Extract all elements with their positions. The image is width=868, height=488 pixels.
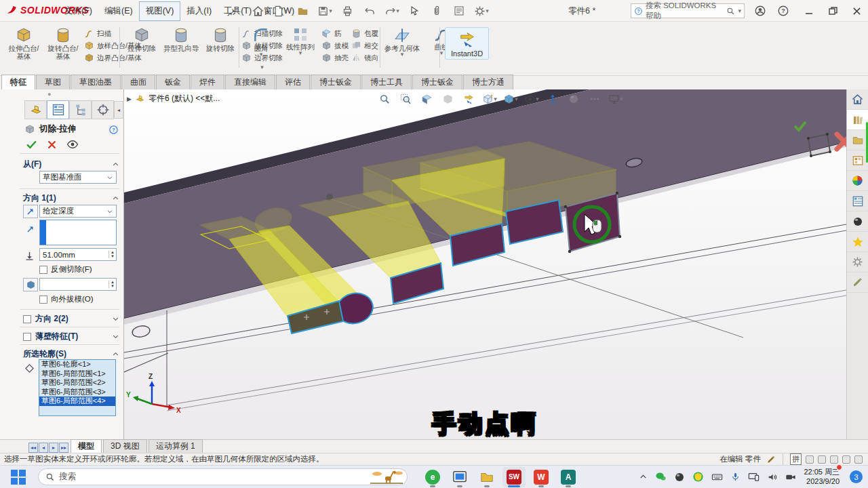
section-view-icon[interactable] — [439, 92, 456, 106]
ok-check-icon[interactable] — [26, 139, 37, 150]
undo-icon[interactable] — [361, 3, 378, 19]
mirror-button[interactable]: 镜向 — [351, 53, 378, 63]
xpress-tools-icon[interactable] — [847, 272, 868, 293]
pm-section-from[interactable]: 从(F) — [23, 159, 119, 170]
pm-section-direction2[interactable]: 方向 2(2) — [23, 313, 119, 325]
attach-icon[interactable] — [429, 3, 445, 19]
antivirus-shield-icon[interactable] — [692, 471, 704, 483]
checkbox-box[interactable] — [23, 333, 31, 341]
print-icon[interactable] — [339, 3, 355, 19]
checkbox-box[interactable] — [39, 296, 47, 304]
design-library-icon[interactable] — [847, 110, 868, 130]
tab-dr-tube[interactable]: 博士方通 — [463, 75, 513, 89]
display-style-icon[interactable]: ▾ — [502, 92, 519, 106]
spinner-down[interactable]: ▼ — [111, 285, 115, 288]
end-condition-select[interactable]: 给定深度 — [39, 205, 117, 218]
tab-sheet-metal[interactable]: 钣金 — [156, 75, 190, 89]
view-orientation-icon[interactable]: ▾ — [481, 92, 498, 106]
tab-sketch-ink[interactable]: 草图油墨 — [71, 75, 121, 89]
taskbar-app-explorer[interactable] — [475, 467, 498, 487]
resources-home-icon[interactable] — [847, 89, 868, 110]
speaker-icon[interactable] — [767, 472, 778, 483]
user-icon[interactable] — [750, 3, 770, 19]
list-item[interactable]: 草图6-局部范围<3> — [39, 388, 115, 397]
tree-expand-arrow[interactable]: ▶ — [127, 96, 132, 102]
zoom-area-icon[interactable] — [397, 92, 414, 106]
tab-dr-tools[interactable]: 博士工具 — [361, 75, 412, 89]
taskbar-app-illustrator[interactable]: A — [557, 467, 580, 487]
minimize-icon[interactable] — [799, 3, 819, 19]
home-icon[interactable] — [250, 3, 266, 19]
revolved-cut-button[interactable]: 旋转切除 — [202, 24, 239, 52]
move-entity-icon[interactable] — [545, 92, 561, 106]
cast-display-icon[interactable] — [748, 471, 760, 483]
redo-icon[interactable]: ▾ — [384, 3, 400, 19]
pm-section-selected-contours[interactable]: 所选轮廓(S) — [23, 348, 119, 360]
taskbar-clock[interactable]: 22:05 周三 2023/9/20 — [804, 468, 840, 487]
corner-hole[interactable] — [132, 325, 151, 338]
appearances-icon[interactable] — [847, 171, 868, 191]
hide-show-items-icon[interactable]: ▾ — [524, 92, 540, 106]
messenger-icon[interactable] — [674, 472, 685, 483]
tab-scroll-last[interactable]: ▸▸ — [59, 443, 68, 453]
new-document-icon[interactable]: ▾ — [272, 3, 288, 19]
menu-view[interactable]: 视图(V) — [139, 1, 181, 21]
checkbox-box[interactable] — [23, 315, 31, 323]
view-settings-icon[interactable] — [587, 92, 603, 106]
shell-button[interactable]: 抽壳 — [321, 53, 349, 63]
pm-tabs-scroll-left[interactable]: ◂ — [114, 101, 123, 119]
from-condition-select[interactable]: 草图基准面 — [39, 171, 117, 184]
list-item[interactable]: 草图6-局部范围<2> — [39, 378, 115, 388]
taskbar-app-solidworks[interactable]: SW — [502, 467, 526, 487]
draft-outward-checkbox[interactable]: 向外拔模(O) — [39, 294, 94, 304]
flip-side-checkbox[interactable]: 反侧切除(F) — [39, 264, 92, 274]
intersect-button[interactable]: 相交 — [351, 41, 378, 51]
motion-study-tab[interactable]: 运动算例 1 — [149, 439, 203, 453]
draft-angle-spinner[interactable]: ▲▼ — [39, 278, 117, 291]
microphone-icon[interactable] — [730, 472, 741, 482]
help-search-box[interactable]: 搜索 SOLIDWORKS 帮助 ▾ — [631, 3, 745, 18]
fillet-button[interactable]: 圆角▾ — [243, 24, 279, 56]
extruded-boss-button[interactable]: 拉伸凸台/基体 — [5, 24, 42, 60]
hole-wizard-button[interactable]: 异型孔向导 — [163, 24, 199, 52]
start-button[interactable] — [11, 470, 26, 485]
options-gear-icon[interactable]: ▾ — [473, 3, 490, 19]
list-icon[interactable] — [451, 3, 467, 19]
open-icon[interactable] — [294, 3, 311, 19]
tree-root-label[interactable]: 零件6 (默认) <<默... — [149, 93, 220, 104]
menu-edit[interactable]: 编辑(E) — [98, 2, 139, 20]
revolved-boss-button[interactable]: 旋转凸台/基体 — [45, 24, 81, 60]
flyout-feature-tree[interactable]: ▶ 零件6 (默认) <<默... — [127, 93, 220, 104]
extruded-cut-button[interactable]: 拉伸切除 — [123, 24, 160, 52]
wrap-button[interactable]: 包覆 — [351, 28, 378, 39]
panel-drag-handle[interactable]: ● — [47, 91, 52, 98]
restore-icon[interactable] — [823, 3, 843, 19]
list-item-selected[interactable]: 草图6-局部范围<4> — [39, 396, 115, 406]
help-icon[interactable] — [773, 3, 793, 19]
featuremanager-tree-tab[interactable] — [24, 100, 47, 119]
tab-weldments[interactable]: 焊件 — [191, 75, 224, 89]
forum-icon[interactable] — [847, 211, 868, 232]
draft-button[interactable]: 拔模 — [321, 41, 349, 51]
tab-scroll-left[interactable]: ◂ — [39, 443, 48, 453]
ime-tool-icon[interactable] — [842, 455, 850, 464]
linear-pattern-button[interactable]: 线性阵列▾ — [282, 24, 319, 55]
tab-dr-sheetmetal-2[interactable]: 博士钣金 — [412, 75, 462, 89]
configuration-manager-tab[interactable] — [69, 100, 92, 119]
pm-section-thin-feature[interactable]: 薄壁特征(T) — [23, 331, 119, 342]
favorites-star-icon[interactable] — [847, 232, 868, 252]
tab-sketch[interactable]: 草图 — [36, 75, 70, 89]
hidden-icons-chevron[interactable] — [639, 472, 648, 481]
close-icon[interactable] — [846, 3, 867, 19]
taskbar-search-box[interactable]: 搜索 — [38, 468, 408, 485]
taskbar-app-wps[interactable]: W — [530, 467, 553, 487]
zoom-fit-icon[interactable] — [376, 92, 393, 106]
3d-views-tab[interactable]: 3D 视图 — [103, 439, 147, 453]
tab-scroll-right[interactable]: ▸ — [49, 443, 58, 453]
scene-icon[interactable] — [566, 92, 582, 106]
wechat-icon[interactable] — [655, 471, 667, 483]
keyboard-icon[interactable] — [711, 471, 723, 483]
menu-file[interactable]: 文件(F) — [58, 2, 98, 20]
ime-tool-icon[interactable] — [806, 455, 814, 464]
custom-properties-icon[interactable] — [847, 191, 868, 211]
